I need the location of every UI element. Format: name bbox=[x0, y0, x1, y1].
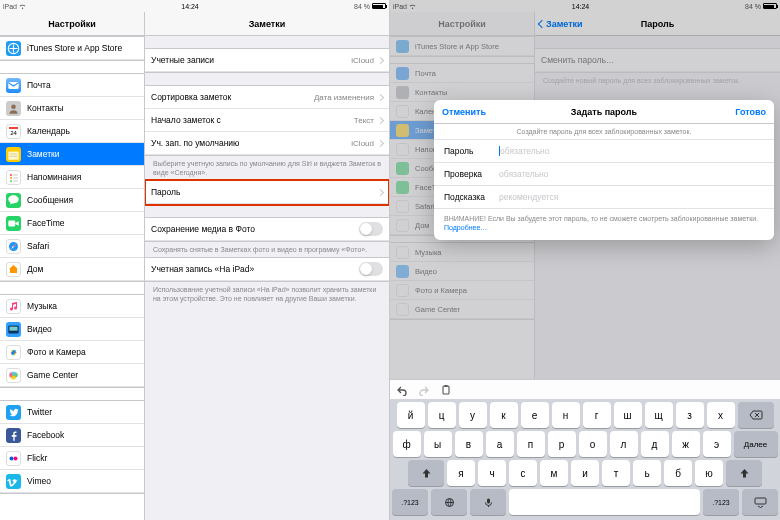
key-letter[interactable]: ш bbox=[614, 402, 642, 428]
sidebar-item-mail[interactable]: Почта bbox=[0, 74, 144, 97]
learn-more-link[interactable]: Подробнее… bbox=[444, 224, 487, 231]
key-letter[interactable]: м bbox=[540, 460, 568, 486]
screenshot-right: iPad 14:24 84 % Настройки iTunes Store и… bbox=[390, 0, 780, 520]
sidebar-item-music[interactable]: Музыка bbox=[0, 295, 144, 318]
sidebar-item-label: FaceTime bbox=[27, 218, 138, 228]
chevron-right-icon bbox=[377, 189, 384, 196]
key-space[interactable] bbox=[509, 489, 700, 515]
svg-rect-26 bbox=[487, 498, 490, 503]
key-letter[interactable]: т bbox=[602, 460, 630, 486]
key-letter[interactable]: ц bbox=[428, 402, 456, 428]
row-password[interactable]: Пароль bbox=[145, 181, 389, 204]
sidebar-item-gamecenter[interactable]: Game Center bbox=[0, 364, 144, 387]
sidebar-item-label: Напоминания bbox=[27, 172, 138, 182]
row-default-account[interactable]: Уч. зап. по умолчаниюiCloud bbox=[145, 132, 389, 155]
key-numbers[interactable]: .?123 bbox=[392, 489, 428, 515]
key-letter[interactable]: ю bbox=[695, 460, 723, 486]
keyboard-toolbar bbox=[390, 379, 780, 399]
key-letter[interactable]: н bbox=[552, 402, 580, 428]
battery-pct: 84 % bbox=[354, 3, 370, 10]
key-letter[interactable]: я bbox=[447, 460, 475, 486]
clipboard-icon[interactable] bbox=[440, 384, 452, 396]
svg-point-20 bbox=[12, 371, 16, 375]
key-letter[interactable]: з bbox=[676, 402, 704, 428]
cancel-button[interactable]: Отменить bbox=[442, 107, 486, 117]
sidebar-item-messages[interactable]: Сообщения bbox=[0, 189, 144, 212]
sidebar-item-label: Музыка bbox=[27, 301, 138, 311]
sidebar-title: Настройки bbox=[0, 12, 144, 36]
done-button[interactable]: Готово bbox=[735, 107, 766, 117]
field-hint[interactable]: Подсказкарекомендуется bbox=[434, 185, 774, 208]
sidebar-item-vimeo[interactable]: Vimeo bbox=[0, 470, 144, 493]
wifi-icon bbox=[19, 3, 26, 10]
sidebar-item-appstore[interactable]: iTunes Store и App Store bbox=[0, 37, 144, 60]
key-letter[interactable]: к bbox=[490, 402, 518, 428]
key-letter[interactable]: р bbox=[548, 431, 576, 457]
field-label: Пароль bbox=[444, 146, 499, 156]
key-letter[interactable]: й bbox=[397, 402, 425, 428]
sidebar-item-facetime[interactable]: FaceTime bbox=[0, 212, 144, 235]
key-letter[interactable]: у bbox=[459, 402, 487, 428]
key-globe[interactable] bbox=[431, 489, 467, 515]
keyboard-area: йцукенгшщзх фывапролджэДалее ячсмитьбю .… bbox=[390, 379, 780, 520]
field-verify[interactable]: Проверкаобязательно bbox=[434, 162, 774, 185]
sidebar-item-flickr[interactable]: Flickr bbox=[0, 447, 144, 470]
key-backspace[interactable] bbox=[738, 402, 774, 428]
toggle-on-ipad[interactable] bbox=[359, 262, 383, 276]
key-letter[interactable]: э bbox=[703, 431, 731, 457]
flickr-icon bbox=[6, 451, 21, 466]
modal-note: Создайте пароль для всех заблокированных… bbox=[434, 124, 774, 139]
key-letter[interactable]: в bbox=[455, 431, 483, 457]
key-letter[interactable]: а bbox=[486, 431, 514, 457]
row-label: Учетные записи bbox=[151, 55, 351, 65]
chevron-right-icon bbox=[377, 116, 384, 123]
sidebar-item-home[interactable]: Дом bbox=[0, 258, 144, 281]
key-letter[interactable]: и bbox=[571, 460, 599, 486]
row-startwith[interactable]: Начало заметок сТекст bbox=[145, 109, 389, 132]
key-letter[interactable]: ч bbox=[478, 460, 506, 486]
sidebar-item-video[interactable]: Видео bbox=[0, 318, 144, 341]
sidebar-item-facebook[interactable]: Facebook bbox=[0, 424, 144, 447]
key-letter[interactable]: ы bbox=[424, 431, 452, 457]
key-dismiss[interactable] bbox=[742, 489, 778, 515]
status-bar: iPad 14:24 84 % bbox=[0, 0, 389, 12]
key-letter[interactable]: ж bbox=[672, 431, 700, 457]
key-letter[interactable]: г bbox=[583, 402, 611, 428]
field-password[interactable]: Парольобязательно bbox=[434, 139, 774, 162]
field-label: Подсказка bbox=[444, 192, 499, 202]
key-shift[interactable] bbox=[408, 460, 444, 486]
sidebar-item-calendar[interactable]: 24Календарь bbox=[0, 120, 144, 143]
sidebar-item-reminders[interactable]: Напоминания bbox=[0, 166, 144, 189]
key-letter[interactable]: х bbox=[707, 402, 735, 428]
key-letter[interactable]: с bbox=[509, 460, 537, 486]
sidebar-item-contacts[interactable]: Контакты bbox=[0, 97, 144, 120]
key-letter[interactable]: п bbox=[517, 431, 545, 457]
key-letter[interactable]: ф bbox=[393, 431, 421, 457]
sidebar-item-safari[interactable]: Safari bbox=[0, 235, 144, 258]
key-letter[interactable]: д bbox=[641, 431, 669, 457]
key-letter[interactable]: л bbox=[610, 431, 638, 457]
row-accounts[interactable]: Учетные записиiCloud bbox=[145, 49, 389, 72]
battery-icon bbox=[372, 3, 386, 9]
sidebar-item-label: Контакты bbox=[27, 103, 138, 113]
key-letter[interactable]: б bbox=[664, 460, 692, 486]
key-letter[interactable]: ь bbox=[633, 460, 661, 486]
sidebar-item-notes[interactable]: Заметки bbox=[0, 143, 144, 166]
key-letter[interactable]: е bbox=[521, 402, 549, 428]
row-save-media[interactable]: Сохранение медиа в Фото bbox=[145, 218, 389, 241]
toggle-save-media[interactable] bbox=[359, 222, 383, 236]
undo-icon[interactable] bbox=[396, 384, 408, 396]
row-on-ipad[interactable]: Учетная запись «На iPad» bbox=[145, 258, 389, 281]
key-mic[interactable] bbox=[470, 489, 506, 515]
field-placeholder: рекомендуется bbox=[499, 192, 558, 202]
row-sort[interactable]: Сортировка заметокДата изменения bbox=[145, 86, 389, 109]
sidebar-item-photos[interactable]: Фото и Камера bbox=[0, 341, 144, 364]
redo-icon[interactable] bbox=[418, 384, 430, 396]
key-return[interactable]: Далее bbox=[734, 431, 778, 457]
key-numbers[interactable]: .?123 bbox=[703, 489, 739, 515]
settings-sidebar: Настройки iTunes Store и App Store Почта… bbox=[0, 12, 145, 520]
key-shift[interactable] bbox=[726, 460, 762, 486]
sidebar-item-twitter[interactable]: Twitter bbox=[0, 401, 144, 424]
key-letter[interactable]: щ bbox=[645, 402, 673, 428]
key-letter[interactable]: о bbox=[579, 431, 607, 457]
